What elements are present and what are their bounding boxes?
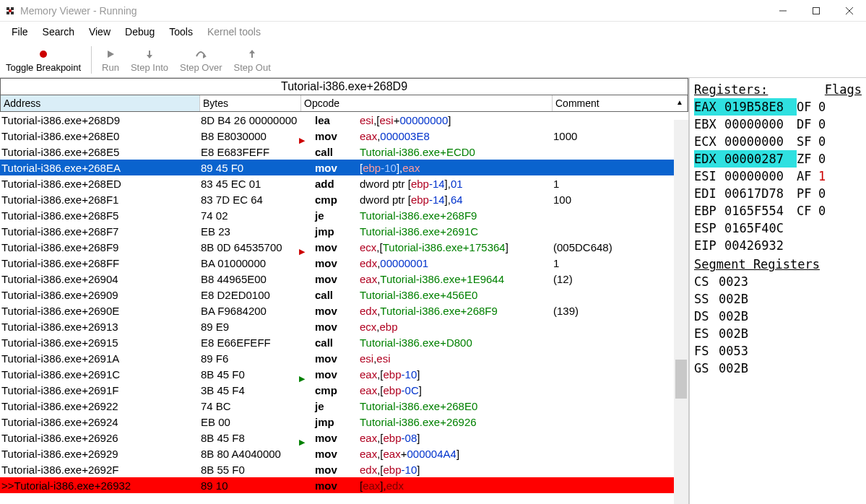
disasm-row[interactable]: Tutorial-i386.exe+269298B 80 A4040000mov…: [0, 446, 688, 461]
flag-name: DF: [797, 116, 818, 133]
row-address: Tutorial-i386.exe+2691A: [0, 352, 199, 365]
play-icon: [105, 46, 116, 62]
row-bytes: 8B 55 F0: [199, 464, 300, 476]
row-address: Tutorial-i386.exe+268E5: [0, 146, 199, 158]
register-row[interactable]: EDX00000287ZF0: [694, 150, 862, 168]
disasm-row[interactable]: Tutorial-i386.exe+26924EB 00jmpTutorial-…: [0, 414, 688, 430]
register-value: 00000000: [724, 133, 797, 150]
register-value: 00000000: [724, 116, 797, 133]
col-address[interactable]: Address: [1, 95, 200, 111]
row-operand: eax,000003E8: [358, 130, 552, 142]
register-row[interactable]: ESP0165F40C: [694, 220, 862, 237]
segment-row[interactable]: CS0023: [694, 273, 862, 290]
vertical-scrollbar[interactable]: [674, 120, 688, 504]
flag-name: CF: [797, 202, 818, 220]
register-row[interactable]: EDI00617D78PF0: [694, 185, 862, 202]
disassembly-pane: Tutorial-i386.exe+268D9 Address Bytes Op…: [0, 78, 689, 504]
col-opcode[interactable]: Opcode: [301, 95, 553, 111]
row-address: Tutorial-i386.exe+268D9: [0, 114, 199, 126]
disasm-row[interactable]: Tutorial-i386.exe+26915E8 E66EFEFFcallTu…: [0, 334, 688, 350]
disasm-row[interactable]: Tutorial-i386.exe+2691C8B 45 F0▶moveax,[…: [0, 366, 688, 382]
segment-row[interactable]: FS0053: [694, 342, 862, 360]
flag-value: 0: [818, 116, 826, 133]
register-name: EBX: [694, 116, 724, 133]
disasm-row[interactable]: Tutorial-i386.exe+268D98D B4 26 00000000…: [0, 112, 688, 128]
segment-value: 0053: [719, 342, 748, 360]
segment-name: DS: [694, 308, 719, 325]
menu-view[interactable]: View: [82, 23, 118, 40]
row-address: Tutorial-i386.exe+268F9: [0, 241, 199, 253]
row-opcode: call: [315, 336, 358, 349]
toggle-breakpoint-button[interactable]: Toggle Breakpoint: [0, 42, 87, 77]
row-operand: eax,[ebp-0C]: [358, 384, 552, 396]
row-comment: 1000: [552, 130, 688, 142]
jump-arrow-icon: ▶: [299, 374, 305, 383]
step-over-button: Step Over: [174, 42, 228, 77]
disasm-row[interactable]: Tutorial-i386.exe+269268B 45 F8▶moveax,[…: [0, 430, 688, 446]
disasm-row[interactable]: Tutorial-i386.exe+26904B8 44965E00moveax…: [0, 271, 688, 287]
register-name: EAX: [694, 98, 724, 116]
menu-search[interactable]: Search: [35, 23, 82, 40]
disasm-row[interactable]: Tutorial-i386.exe+268F7EB 23jmpTutorial-…: [0, 223, 688, 239]
segment-row[interactable]: DS002B: [694, 308, 862, 325]
row-address: Tutorial-i386.exe+26924: [0, 416, 199, 428]
col-bytes[interactable]: Bytes: [200, 95, 301, 111]
segment-row[interactable]: GS002B: [694, 360, 862, 377]
disasm-row[interactable]: Tutorial-i386.exe+2691F3B 45 F4cmpeax,[e…: [0, 382, 688, 398]
disassembly-rows[interactable]: Tutorial-i386.exe+268D98D B4 26 00000000…: [0, 112, 688, 504]
maximize-button[interactable]: [800, 0, 833, 22]
register-row[interactable]: EBP0165F554CF0: [694, 202, 862, 220]
segment-name: GS: [694, 360, 719, 377]
row-opcode: mov: [315, 448, 358, 460]
register-row[interactable]: ESI00000000AF1: [694, 168, 862, 185]
segment-register-list: CS0023SS002BDS002BES002BFS0053GS002B: [694, 273, 862, 377]
disasm-row[interactable]: Tutorial-i386.exe+2692274 BCjeTutorial-i…: [0, 398, 688, 414]
disasm-row[interactable]: Tutorial-i386.exe+268FFBA 01000000movedx…: [0, 255, 688, 271]
disasm-row[interactable]: Tutorial-i386.exe+2691389 E9movecx,ebp: [0, 318, 688, 334]
disasm-row[interactable]: Tutorial-i386.exe+2690EBA F9684200movedx…: [0, 303, 688, 318]
register-name: ECX: [694, 133, 724, 150]
disasm-row[interactable]: Tutorial-i386.exe+268F98B 0D 64535700▶mo…: [0, 239, 688, 255]
disasm-row[interactable]: Tutorial-i386.exe+268F574 02jeTutorial-i…: [0, 207, 688, 223]
row-bytes: 3B 45 F4: [199, 384, 300, 396]
disasm-row[interactable]: >>Tutorial-i386.exe+2693289 10mov[eax],e…: [0, 477, 688, 493]
segment-row[interactable]: ES002B: [694, 325, 862, 342]
disasm-row[interactable]: Tutorial-i386.exe+2691A89 F6movesi,esi: [0, 350, 688, 366]
disasm-row[interactable]: Tutorial-i386.exe+268F183 7D EC 64cmpdwo…: [0, 191, 688, 207]
row-bytes: 83 45 EC 01: [199, 178, 300, 190]
tool-label: Step Into: [131, 62, 168, 73]
menu-file[interactable]: File: [4, 23, 35, 40]
module-header: Tutorial-i386.exe+268D9: [0, 78, 688, 95]
sort-arrow-icon: ▲: [676, 98, 683, 106]
segment-value: 002B: [719, 308, 748, 325]
flag-value: 0: [818, 133, 826, 150]
scrollbar-thumb[interactable]: [675, 360, 687, 399]
menu-debug[interactable]: Debug: [118, 23, 162, 40]
register-row[interactable]: EAX019B58E8OF0: [694, 98, 862, 116]
row-address: Tutorial-i386.exe+268F5: [0, 209, 199, 222]
row-opcode: mov: [315, 305, 358, 317]
disasm-row[interactable]: Tutorial-i386.exe+268E5E8 E683FEFFcallTu…: [0, 144, 688, 160]
svg-marker-8: [147, 55, 152, 58]
segment-row[interactable]: SS002B: [694, 290, 862, 308]
close-button[interactable]: [833, 0, 866, 22]
disasm-row[interactable]: Tutorial-i386.exe+2692F8B 55 F0movedx,[e…: [0, 461, 688, 477]
register-row[interactable]: EIP00426932: [694, 237, 862, 254]
row-opcode: mov: [315, 479, 358, 492]
disasm-row[interactable]: Tutorial-i386.exe+26909E8 D2ED0100callTu…: [0, 287, 688, 303]
row-bytes: 83 7D EC 64: [199, 194, 300, 206]
minimize-button[interactable]: [766, 0, 800, 22]
register-row[interactable]: ECX00000000SF0: [694, 133, 862, 150]
title-bar: Memory Viewer - Running: [0, 0, 866, 22]
menu-tools[interactable]: Tools: [162, 23, 200, 40]
column-headers[interactable]: Address Bytes Opcode Comment ▲: [0, 95, 688, 112]
row-operand: dword ptr [ebp-14],64: [358, 194, 552, 206]
col-comment[interactable]: Comment: [553, 95, 688, 111]
row-bytes: BA F9684200: [199, 305, 300, 317]
disasm-row[interactable]: Tutorial-i386.exe+268E0B8 E8030000▶movea…: [0, 128, 688, 144]
disasm-row[interactable]: Tutorial-i386.exe+268EA89 45 F0mov[ebp-1…: [0, 160, 688, 175]
row-operand: edx,Tutorial-i386.exe+268F9: [358, 305, 552, 317]
register-row[interactable]: EBX00000000DF0: [694, 116, 862, 133]
segment-name: SS: [694, 290, 719, 308]
disasm-row[interactable]: Tutorial-i386.exe+268ED83 45 EC 01adddwo…: [0, 175, 688, 191]
